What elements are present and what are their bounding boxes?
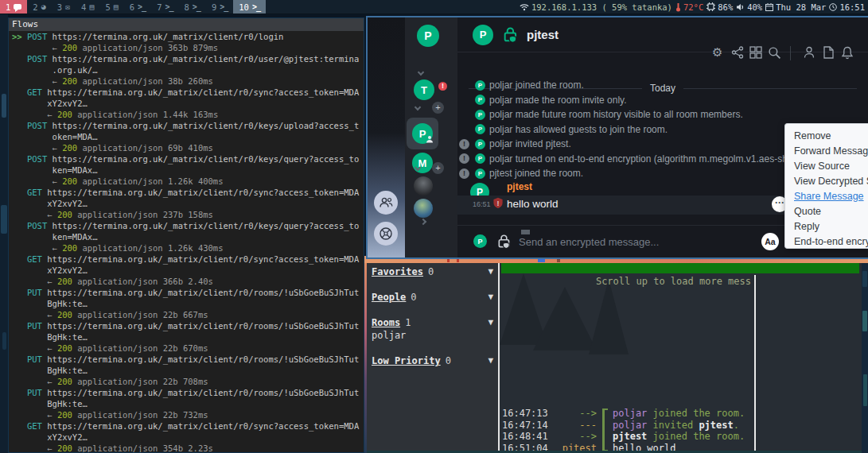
share-icon[interactable] bbox=[731, 46, 744, 59]
flow-row[interactable]: PUT https://termina.org.uk/_matrix/clien… bbox=[12, 320, 364, 331]
context-menu-item[interactable]: View Decrypted S bbox=[785, 174, 868, 189]
selected-room-highlight[interactable]: P bbox=[407, 118, 438, 149]
svg-text:!: ! bbox=[497, 199, 500, 207]
context-menu-item[interactable]: Share Message bbox=[785, 189, 868, 204]
timeline-event[interactable]: P poljar made the room invite only. bbox=[457, 93, 868, 108]
collapse-triangle-icon[interactable]: ▼ bbox=[488, 355, 493, 366]
format-text-button[interactable]: Aa bbox=[761, 233, 779, 250]
context-menu-item[interactable]: Forward Message bbox=[785, 144, 868, 159]
flow-row[interactable]: POST https://termina.org.uk/_matrix/clie… bbox=[12, 220, 364, 231]
message-sender-name[interactable]: pjtest bbox=[507, 181, 532, 192]
search-icon[interactable] bbox=[768, 46, 781, 60]
flow-status: ← 200 application/json 22b 667ms bbox=[12, 309, 364, 320]
workspace-icon bbox=[165, 3, 173, 11]
workspace-number: 5 bbox=[105, 2, 110, 12]
files-icon[interactable] bbox=[823, 46, 834, 59]
workspace-button[interactable]: 4 bbox=[76, 0, 99, 14]
wallpaper-detail bbox=[1, 205, 7, 234]
flow-row[interactable]: POST https://termina.org.uk/_matrix/clie… bbox=[12, 53, 364, 64]
flow-row[interactable]: PUT https://termina.org.uk/_matrix/clien… bbox=[12, 287, 364, 298]
workspace-button[interactable]: 1 bbox=[0, 0, 27, 14]
chevron-down-icon[interactable] bbox=[415, 104, 421, 110]
room-header-avatar[interactable]: P bbox=[473, 25, 493, 45]
members-icon[interactable] bbox=[803, 46, 815, 59]
info-icon: ! bbox=[459, 139, 469, 149]
group-spacer bbox=[367, 279, 498, 288]
flow-row[interactable]: PUT https://termina.org.uk/_matrix/clien… bbox=[12, 354, 364, 365]
collapse-triangle-icon[interactable]: ▼ bbox=[488, 317, 493, 327]
workspace-button[interactable]: 3 bbox=[52, 0, 76, 14]
workspace-button[interactable]: 9 bbox=[206, 0, 233, 14]
info-icon: ! bbox=[459, 168, 469, 179]
room-group-header[interactable]: Rooms 1 ▼ bbox=[367, 314, 498, 330]
collapse-triangle-icon[interactable]: ▼ bbox=[488, 266, 493, 277]
flow-status: ← 200 application/json 363b 879ms bbox=[12, 42, 364, 53]
room-avatar[interactable]: M bbox=[412, 153, 433, 173]
workspace-button[interactable]: 2 bbox=[27, 0, 51, 14]
timeline-event[interactable]: P poljar joined the room. bbox=[457, 78, 868, 93]
flow-url-continuation: .org.uk/… bbox=[12, 64, 364, 76]
message-input[interactable]: Send an encrypted message... bbox=[519, 236, 659, 248]
context-menu-item[interactable]: End-to-end encry bbox=[785, 234, 868, 249]
add-room-button[interactable]: + bbox=[432, 162, 444, 174]
room-group-header[interactable]: People 0 ▼ bbox=[367, 288, 498, 304]
room-group-count: 0 bbox=[411, 292, 416, 303]
context-menu-item[interactable]: Quote bbox=[785, 204, 868, 219]
user-avatar[interactable]: P bbox=[417, 25, 439, 47]
groups-button[interactable] bbox=[374, 191, 398, 215]
flow-url-continuation: BgHk:te… bbox=[12, 331, 364, 343]
expand-room-list-icon[interactable] bbox=[420, 219, 426, 225]
workspace-button[interactable]: 5 bbox=[99, 0, 123, 14]
collapse-triangle-icon[interactable]: ▼ bbox=[488, 292, 493, 302]
workspace-button[interactable]: 8 bbox=[179, 0, 206, 14]
room-group: Rooms 1 ▼ poljar bbox=[367, 314, 498, 352]
flow-row[interactable]: POST https://termina.org.uk/_matrix/clie… bbox=[12, 153, 364, 165]
flow-status: ← 200 application/json 354b 2.23s bbox=[12, 443, 364, 453]
people-group-icon bbox=[379, 197, 393, 208]
workspace-icon bbox=[220, 3, 228, 11]
context-menu-item[interactable]: Remove bbox=[785, 129, 868, 144]
timeline-event[interactable]: P poljar made future room history visibl… bbox=[457, 107, 868, 122]
flow-row[interactable]: >> POST https://termina.org.uk/_matrix/c… bbox=[12, 31, 364, 42]
flow-row[interactable]: GET https://termina.org.uk/_matrix/clien… bbox=[12, 254, 364, 265]
chevron-down-icon[interactable] bbox=[418, 69, 424, 76]
wifi-icon bbox=[520, 3, 529, 11]
flow-status: ← 200 application/json 22b 732ms bbox=[12, 409, 364, 420]
flow-row[interactable]: GET https://termina.org.uk/_matrix/clien… bbox=[12, 187, 364, 198]
context-menu-item[interactable]: Reply bbox=[785, 219, 868, 234]
room-avatar-image[interactable] bbox=[414, 176, 433, 196]
room-avatar-direct[interactable]: T bbox=[414, 79, 434, 100]
flow-row[interactable]: GET https://termina.org.uk/_matrix/clien… bbox=[12, 87, 364, 98]
settings-gear-icon[interactable]: ⚙ bbox=[712, 46, 722, 58]
element-window: P T ! + P M + P bbox=[366, 16, 868, 259]
flow-row[interactable]: GET https://termina.org.uk/_matrix/clien… bbox=[12, 420, 364, 432]
room-avatar-image[interactable] bbox=[414, 199, 433, 218]
add-room-button[interactable]: + bbox=[432, 102, 444, 114]
context-menu-item[interactable]: View Source bbox=[785, 159, 868, 174]
event-text: poljar made future room history visible … bbox=[489, 109, 743, 120]
formatting-toggle-icon[interactable] bbox=[521, 230, 530, 234]
chat-log-line: 16:48:41-->pjtest joined the room. bbox=[500, 431, 753, 443]
room-group: Low Priority 0 ▼ bbox=[367, 352, 498, 378]
flow-row[interactable]: POST https://termina.org.uk/_matrix/clie… bbox=[12, 120, 364, 131]
room-group-header[interactable]: Low Priority 0 ▼ bbox=[367, 352, 498, 368]
notifications-bell-icon[interactable] bbox=[841, 46, 854, 60]
flow-row[interactable]: PUT https://termina.org.uk/_matrix/clien… bbox=[12, 387, 364, 398]
room-group-label: Low Priority bbox=[372, 355, 441, 366]
flow-status: ← 200 application/json 366b 2.40s bbox=[12, 276, 364, 287]
room-group-header[interactable]: Favorites 0 ▼ bbox=[367, 263, 498, 279]
time-status: 16:51 bbox=[829, 2, 865, 12]
event-text: poljar joined the room. bbox=[489, 79, 584, 91]
explore-button[interactable] bbox=[374, 222, 398, 246]
group-spacer bbox=[367, 304, 498, 314]
room-group: Favorites 0 ▼ bbox=[367, 263, 498, 288]
apps-grid-icon[interactable] bbox=[749, 46, 762, 59]
workspace-button[interactable]: 7 bbox=[151, 0, 178, 14]
event-avatar: P bbox=[475, 168, 485, 179]
workspace-button[interactable]: 6 bbox=[124, 0, 151, 14]
load-more-bar[interactable] bbox=[501, 263, 859, 273]
workspace-number: 2 bbox=[33, 2, 37, 12]
log-prefix: --- bbox=[555, 420, 597, 432]
room-list-item[interactable]: poljar bbox=[367, 330, 498, 343]
workspace-button[interactable]: 10 bbox=[233, 0, 266, 14]
